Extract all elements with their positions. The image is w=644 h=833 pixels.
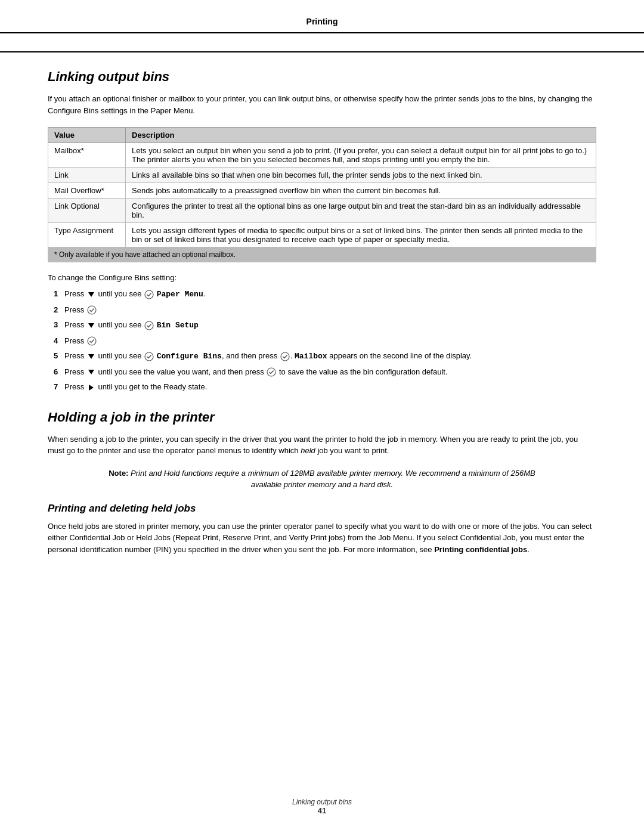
step-item: 4Press [48,335,596,347]
table-col-desc-header: Description [126,128,596,143]
table-cell-desc: Lets you select an output bin when you s… [126,143,596,168]
steps-list: 1Press until you see Paper Menu.2Press 3… [48,288,596,393]
svg-point-5 [88,337,96,345]
step-item: 6Press until you see the value you want,… [48,366,596,378]
section-holding-job: Holding a job in the printer When sendin… [48,410,596,556]
step-number: 3 [48,319,64,331]
note-block: Note: Print and Hold functions require a… [95,467,549,491]
step-item: 2Press [48,304,596,316]
main-content: Linking output bins If you attach an opt… [0,69,644,555]
instructions-intro: To change the Configure Bins setting: [48,273,596,282]
step-content: Press [64,304,596,316]
svg-marker-3 [88,323,94,328]
svg-point-1 [145,290,153,299]
table-cell-value: Type Assignment [48,223,126,247]
step-number: 1 [48,288,64,300]
step-item: 7Press until you get to the Ready state. [48,381,596,393]
svg-point-4 [145,321,153,330]
note-text: Print and Hold functions require a minim… [131,469,535,490]
svg-marker-11 [89,385,94,391]
page-header: Printing [0,0,644,33]
header-divider [0,51,644,52]
table-cell-value: Link Optional [48,199,126,223]
table-cell-desc: Configures the printer to treat all the … [126,199,596,223]
svg-point-7 [145,352,153,361]
subsection-text: Once held jobs are stored in printer mem… [48,521,596,556]
section1-title: Linking output bins [48,69,596,85]
step-number: 7 [48,381,64,393]
table-cell-desc: Sends jobs automatically to a preassigne… [126,183,596,199]
table-col-value-header: Value [48,128,126,143]
table-footer: * Only available if you have attached an… [48,247,596,262]
table-cell-desc: Lets you assign different types of media… [126,223,596,247]
step-content: Press until you get to the Ready state. [64,381,596,393]
svg-marker-9 [88,370,94,374]
step-content: Press until you see the value you want, … [64,366,596,378]
svg-marker-6 [88,354,94,359]
table-cell-desc: Links all available bins so that when on… [126,168,596,183]
subsection-title: Printing and deleting held jobs [48,503,596,515]
bins-table: Value Description Mailbox*Lets you selec… [48,127,596,262]
svg-point-10 [267,368,275,376]
step-number: 6 [48,366,64,378]
step-item: 1Press until you see Paper Menu. [48,288,596,301]
table-cell-value: Mail Overflow* [48,183,126,199]
step-item: 3Press until you see Bin Setup [48,319,596,332]
step-item: 5Press until you see Configure Bins, and… [48,350,596,363]
step-content: Press [64,335,596,347]
step-content: Press until you see Bin Setup [64,319,596,332]
table-cell-value: Mailbox* [48,143,126,168]
step-content: Press until you see Configure Bins, and … [64,350,596,363]
step-number: 2 [48,304,64,316]
svg-point-8 [281,352,289,361]
page: Printing Linking output bins If you atta… [0,0,644,833]
header-title: Printing [306,17,338,26]
step-number: 5 [48,350,64,362]
page-footer: Linking output bins 41 [0,798,644,815]
step-content: Press until you see Paper Menu. [64,288,596,301]
section2-title: Holding a job in the printer [48,410,596,425]
note-label: Note: [109,469,131,478]
section-linking-output-bins: Linking output bins If you attach an opt… [48,69,596,393]
step-number: 4 [48,335,64,347]
footer-label: Linking output bins [0,798,644,806]
svg-marker-0 [88,292,94,297]
section1-intro: If you attach an optional finisher or ma… [48,93,596,116]
footer-page: 41 [0,806,644,815]
section2-intro: When sending a job to the printer, you c… [48,433,596,457]
svg-point-2 [88,306,96,314]
table-cell-value: Link [48,168,126,183]
